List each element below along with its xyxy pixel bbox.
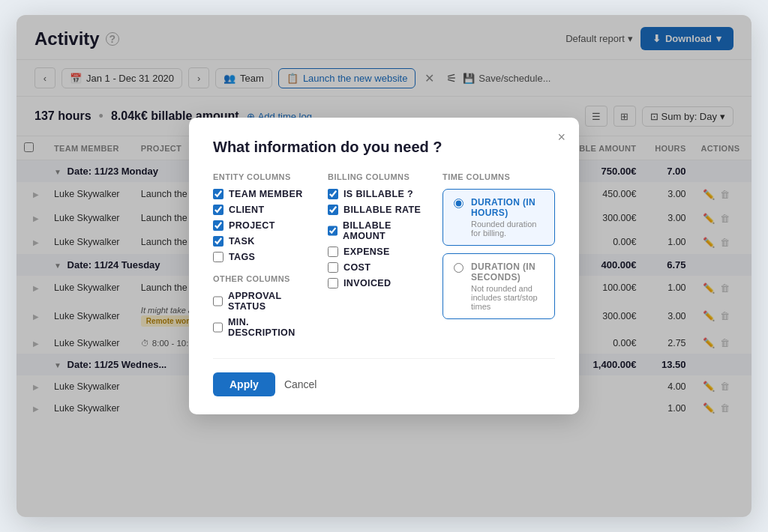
modal-dialog: × What information do you need ? Entity …: [189, 118, 579, 414]
checkbox-project[interactable]: PROJECT: [213, 220, 307, 231]
billing-columns-section: Billing columns IS BILLABLE ? BILLABLE R…: [328, 172, 422, 343]
checkbox-billable-amount[interactable]: BILLABLE AMOUNT: [328, 220, 422, 241]
duration-seconds-option[interactable]: DURATION (IN SECONDS) Not rounded and in…: [442, 253, 555, 319]
checkbox-billable-rate[interactable]: BILLABLE RATE: [328, 205, 422, 215]
checkbox-tags[interactable]: TAGS: [213, 252, 307, 262]
checkbox-invoiced[interactable]: INVOICED: [328, 278, 422, 288]
billing-columns-title: Billing columns: [328, 172, 422, 181]
checkbox-team-member[interactable]: TEAM MEMBER: [213, 189, 307, 199]
time-columns-section: Time columns DURATION (IN HOURS) Rounded…: [442, 172, 555, 343]
checkbox-task[interactable]: TASK: [213, 236, 307, 247]
entity-columns-section: Entity columns TEAM MEMBER CLIENT PROJEC…: [213, 172, 307, 343]
app-window: Activity ? Default report ▾ ⬇ Download ▾…: [16, 15, 752, 517]
entity-columns-title: Entity columns: [213, 172, 307, 181]
modal-columns: Entity columns TEAM MEMBER CLIENT PROJEC…: [213, 172, 555, 343]
modal-close-button[interactable]: ×: [557, 130, 566, 145]
duration-hours-option[interactable]: DURATION (IN HOURS) Rounded duration for…: [442, 189, 555, 246]
checkbox-approval-status[interactable]: APPROVAL STATUS: [213, 291, 307, 312]
apply-button[interactable]: Apply: [213, 372, 275, 396]
cancel-button[interactable]: Cancel: [284, 378, 317, 390]
checkbox-expense[interactable]: EXPENSE: [328, 247, 422, 257]
time-columns-title: Time columns: [442, 172, 555, 181]
modal-footer: Apply Cancel: [213, 358, 555, 396]
other-columns-title: Other columns: [213, 274, 307, 283]
modal-title: What information do you need ?: [213, 139, 555, 156]
checkbox-client[interactable]: CLIENT: [213, 205, 307, 215]
checkbox-cost[interactable]: COST: [328, 262, 422, 273]
checkbox-is-billable[interactable]: IS BILLABLE ?: [328, 189, 422, 199]
checkbox-min-description[interactable]: MIN. DESCRIPTION: [213, 317, 307, 338]
modal-overlay: × What information do you need ? Entity …: [16, 15, 752, 517]
